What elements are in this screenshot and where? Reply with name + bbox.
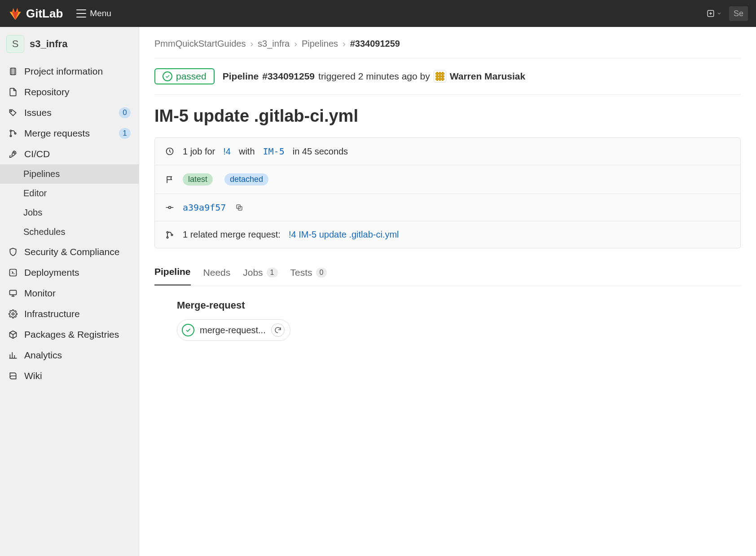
gitlab-logo-icon <box>8 6 22 21</box>
topbar-left: GitLab Menu <box>8 6 116 21</box>
page-title: IM-5 update .gitlab-ci.yml <box>154 95 741 137</box>
sidebar-item-label: Analytics <box>24 350 62 361</box>
sidebar-subitem-schedules[interactable]: Schedules <box>0 222 139 242</box>
job-status-check-icon <box>182 324 194 336</box>
sidebar-item-security[interactable]: Security & Compliance <box>0 242 139 262</box>
job-name: merge-request... <box>200 325 266 335</box>
job-pill[interactable]: merge-request... <box>177 319 290 341</box>
sidebar-item-cicd[interactable]: CI/CD <box>0 144 139 164</box>
plus-box-icon <box>707 9 715 18</box>
breadcrumb-sep-icon: › <box>343 39 346 49</box>
sidebar-item-packages[interactable]: Packages & Registries <box>0 324 139 345</box>
sidebar-item-project-information[interactable]: Project information <box>0 61 139 82</box>
copy-sha-button[interactable] <box>234 202 245 213</box>
cloud-icon <box>8 309 18 319</box>
sidebar-item-label: Deployments <box>24 267 79 278</box>
sidebar-item-analytics[interactable]: Analytics <box>0 345 139 366</box>
breadcrumb-project[interactable]: s3_infra <box>258 39 290 49</box>
create-menu-button[interactable] <box>704 8 725 19</box>
hamburger-icon <box>76 9 86 18</box>
tab-jobs[interactable]: Jobs 1 <box>243 262 277 286</box>
jobs-count-badge: 1 <box>267 268 278 278</box>
topbar-right: Se <box>704 6 748 21</box>
merge-icon <box>165 230 175 240</box>
deploy-icon <box>8 268 18 278</box>
sidebar-item-wiki[interactable]: Wiki <box>0 366 139 386</box>
project-name: s3_infra <box>30 38 67 50</box>
commit-icon <box>165 203 175 212</box>
svg-point-2 <box>10 130 11 132</box>
sidebar-item-label: Packages & Registries <box>24 329 119 340</box>
analytics-icon <box>8 350 18 360</box>
breadcrumb-sep-icon: › <box>294 39 297 49</box>
tab-needs[interactable]: Needs <box>203 262 231 286</box>
topbar: GitLab Menu Se <box>0 0 756 27</box>
details-row-tags: latest detached <box>155 165 740 194</box>
breadcrumb: PmmQuickStartGuides › s3_infra › Pipelin… <box>154 39 741 58</box>
package-icon <box>8 330 18 340</box>
retry-job-button[interactable] <box>271 323 285 337</box>
status-badge[interactable]: passed <box>154 68 215 84</box>
svg-point-1 <box>11 110 12 112</box>
pipeline-tabs: Pipeline Needs Jobs 1 Tests 0 <box>154 262 741 286</box>
project-header[interactable]: S s3_infra <box>0 27 139 61</box>
svg-point-3 <box>10 135 11 137</box>
sidebar-item-label: Security & Compliance <box>24 247 119 257</box>
sidebar-item-repository[interactable]: Repository <box>0 82 139 102</box>
tab-tests[interactable]: Tests 0 <box>290 262 327 286</box>
sidebar-item-label: Wiki <box>24 371 42 381</box>
sidebar-nav: Project information Repository Issues 0 <box>0 61 139 386</box>
details-row-duration: 1 job for !4 with IM-5 in 45 seconds <box>155 138 740 165</box>
sidebar-item-merge-requests[interactable]: Merge requests 1 <box>0 123 139 144</box>
sidebar-item-label: Issues <box>24 107 52 118</box>
info-circle-icon <box>8 66 18 76</box>
project-avatar: S <box>6 35 24 53</box>
cicd-submenu: Pipelines Editor Jobs Schedules <box>0 164 139 242</box>
sidebar-subitem-pipelines[interactable]: Pipelines <box>0 164 139 184</box>
tab-pipeline[interactable]: Pipeline <box>154 262 191 286</box>
sidebar: S s3_infra Project information Repositor… <box>0 27 139 556</box>
sidebar-subitem-jobs[interactable]: Jobs <box>0 203 139 222</box>
latest-tag: latest <box>183 173 213 185</box>
mr-ref-link[interactable]: !4 <box>223 146 231 157</box>
pipeline-triggered-text: Pipeline #334091259 triggered 2 minutes … <box>223 70 525 83</box>
branch-link[interactable]: IM-5 <box>263 146 285 157</box>
menu-button[interactable]: Menu <box>72 6 116 21</box>
flag-icon <box>165 175 175 185</box>
sidebar-item-label: CI/CD <box>24 149 50 159</box>
sidebar-item-issues[interactable]: Issues 0 <box>0 102 139 123</box>
gitlab-logo[interactable]: GitLab <box>8 6 63 21</box>
details-row-commit: a39a9f57 <box>155 194 740 221</box>
svg-point-5 <box>13 152 15 154</box>
pipeline-header: passed Pipeline #334091259 triggered 2 m… <box>154 58 741 95</box>
commit-sha-link[interactable]: a39a9f57 <box>183 202 226 213</box>
breadcrumb-group[interactable]: PmmQuickStartGuides <box>154 39 246 49</box>
chevron-down-icon <box>716 11 722 16</box>
sidebar-item-label: Repository <box>24 87 69 97</box>
clock-icon <box>165 146 175 156</box>
related-mr-prefix: 1 related merge request: <box>183 229 281 240</box>
brand-text: GitLab <box>26 7 63 21</box>
main-content: PmmQuickStartGuides › s3_infra › Pipelin… <box>139 27 756 556</box>
check-circle-icon <box>163 71 172 81</box>
status-text: passed <box>176 71 207 82</box>
sidebar-item-label: Merge requests <box>24 128 90 139</box>
book-icon <box>8 371 18 381</box>
svg-point-14 <box>167 237 168 238</box>
merge-icon <box>8 128 18 138</box>
breadcrumb-section[interactable]: Pipelines <box>302 39 338 49</box>
user-name[interactable]: Warren Marusiak <box>450 71 525 82</box>
svg-point-15 <box>171 234 172 235</box>
sidebar-item-monitor[interactable]: Monitor <box>0 283 139 304</box>
mr-count-badge: 1 <box>119 128 131 139</box>
related-mr-link[interactable]: !4 IM-5 update .gitlab-ci.yml <box>289 229 399 240</box>
search-input[interactable]: Se <box>729 6 748 21</box>
stage-name: Merge-request <box>177 300 741 311</box>
user-avatar[interactable] <box>434 70 446 83</box>
sidebar-item-deployments[interactable]: Deployments <box>0 262 139 283</box>
issues-count-badge: 0 <box>119 107 131 118</box>
detached-tag: detached <box>224 173 268 185</box>
sidebar-subitem-editor[interactable]: Editor <box>0 184 139 203</box>
monitor-icon <box>8 288 18 298</box>
sidebar-item-infrastructure[interactable]: Infrastructure <box>0 304 139 324</box>
